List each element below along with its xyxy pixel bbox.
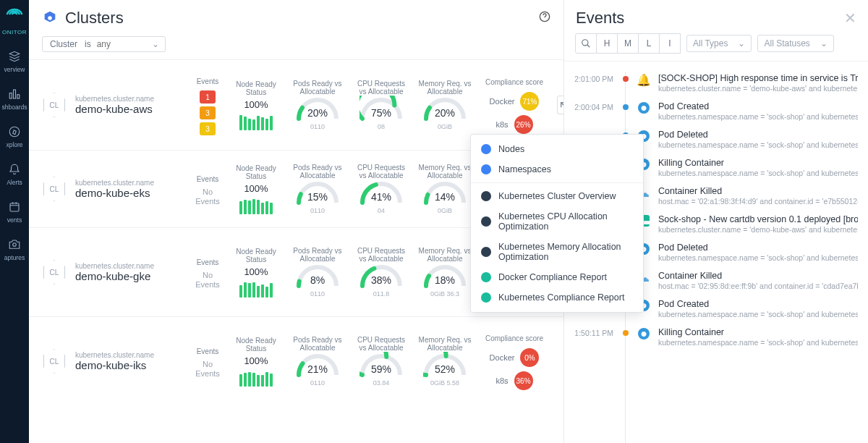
menu-item[interactable]: Nodes	[471, 139, 643, 159]
mem-gauge: 18%	[423, 263, 467, 289]
node-ready-value: 100%	[244, 183, 268, 194]
clusters-header: Clusters	[29, 0, 563, 33]
nav-explore[interactable]: xplore	[6, 125, 22, 148]
event-item[interactable]: 2:01:00 PM 🔔 [SOCK-SHOP] High response t…	[564, 69, 868, 97]
svg-point-3	[9, 127, 20, 137]
menu-item-label: Kubernetes Compliance Report	[498, 292, 624, 303]
compliance-pill: 0%	[520, 348, 539, 367]
menu-item[interactable]: Namespaces	[471, 159, 643, 180]
menu-item-label: Kubernetes Cluster Overview	[498, 191, 616, 201]
node-ready-bars-icon	[239, 113, 273, 130]
nav-alerts[interactable]: Alerts	[7, 163, 22, 186]
help-icon[interactable]	[539, 11, 550, 25]
cpu-gauge: 59%	[359, 352, 403, 378]
node-ready-bars-icon	[239, 280, 273, 298]
compliance-row: Docker0%	[490, 348, 540, 367]
menu-item[interactable]: Docker Compliance Report	[471, 267, 643, 287]
event-item[interactable]: 1:50:11 PM ● Killing Container kubernete…	[564, 323, 868, 351]
filter-chip[interactable]: Cluster is ⌄	[42, 36, 166, 52]
cluster-hex-icon: CL	[43, 177, 65, 201]
cluster-hex-icon: CL	[43, 260, 65, 284]
event-subtitle: kubernetes.namespace.name = 'sock-shop' …	[658, 253, 858, 262]
cluster-name-block: kubernetes.cluster.name demo-kube-gke	[75, 262, 184, 282]
priority-filter-h[interactable]: H	[596, 33, 618, 54]
event-title: Pod Created	[658, 299, 858, 309]
product-logo-icon	[4, 4, 25, 25]
event-subtitle: kubernetes.namespace.name = 'sock-shop' …	[658, 338, 858, 347]
filter-field: Cluster	[48, 39, 79, 49]
menu-item-icon	[481, 272, 491, 282]
priority-filter-m[interactable]: M	[617, 33, 639, 54]
menu-item[interactable]: Kubernetes Cluster Overview	[471, 186, 643, 206]
compliance-pill: 26%	[514, 115, 533, 134]
event-type-icon: ●	[638, 328, 650, 339]
mem-gauge: 52%	[423, 352, 467, 378]
no-events-label: No Events	[194, 271, 221, 290]
cluster-row[interactable]: CL kubernetes.cluster.name demo-kube-iks…	[29, 316, 563, 405]
event-subtitle: host.mac = '02:a1:98:3f:f4:d9' and conta…	[658, 197, 858, 206]
cluster-name: demo-kube-aws	[75, 103, 184, 115]
node-ready-bars-icon	[239, 369, 273, 387]
menu-item-icon	[481, 216, 491, 227]
cpu-gauge: 41%	[359, 180, 403, 206]
menu-item[interactable]: Kubernetes Compliance Report	[471, 287, 643, 308]
event-subtitle: host.mac = '02:95:8d:ee:ff:9b' and conta…	[658, 282, 858, 290]
event-subtitle: kubernetes.namespace.name = 'sock-shop' …	[658, 310, 858, 318]
drill-down-button[interactable]	[557, 96, 563, 114]
status-select[interactable]: All Statuses ⌄	[757, 35, 833, 52]
cluster-hex-icon: CL	[43, 349, 65, 374]
nav-overview[interactable]: verview	[4, 50, 25, 73]
event-title: Sock-shop - New cartdb version 0.1 deplo…	[658, 214, 858, 224]
event-time: 2:01:00 PM	[571, 73, 613, 93]
nav-dashboards[interactable]: shboards	[2, 88, 27, 111]
cluster-name: demo-kube-iks	[75, 359, 184, 371]
menu-item-label: Docker Compliance Report	[498, 272, 607, 282]
pods-gauge: 8%	[296, 263, 339, 289]
events-toolbar: HMLI All Types ⌄ All Statuses ⌄	[564, 33, 868, 62]
filter-op: is	[83, 39, 93, 49]
event-title: Killing Container	[658, 327, 858, 337]
compliance-row: k8s26%	[495, 115, 532, 134]
events-title: Events	[576, 9, 844, 28]
event-time: 1:50:11 PM	[571, 327, 613, 347]
nav-events[interactable]: vents	[7, 201, 22, 224]
svg-rect-1	[14, 90, 16, 98]
chevron-down-icon: ⌄	[820, 38, 827, 48]
menu-item-label: Kubernetes CPU Allocation Optimization	[498, 211, 633, 232]
search-button[interactable]	[575, 33, 597, 54]
pods-gauge: 15%	[296, 180, 339, 206]
chevron-down-icon: ⌄	[152, 39, 159, 49]
event-subtitle: kubernetes.cluster.name = 'demo-kube-aws…	[658, 84, 858, 93]
type-select[interactable]: All Types ⌄	[686, 35, 752, 52]
menu-item-label: Nodes	[498, 144, 524, 154]
event-title: Killing Container	[658, 158, 858, 168]
compliance-row: k8s36%	[495, 371, 532, 390]
menu-item[interactable]: Kubernetes CPU Allocation Optimization	[471, 206, 643, 237]
menu-item-label: Kubernetes Memory Allocation Optimizatio…	[498, 242, 633, 262]
menu-item-icon	[481, 247, 491, 257]
cluster-sublabel: kubernetes.cluster.name	[75, 179, 184, 187]
menu-item-icon	[481, 191, 491, 201]
filter-value-input[interactable]	[97, 39, 148, 49]
priority-filter-i[interactable]: I	[659, 33, 681, 54]
kubernetes-icon	[42, 10, 58, 26]
event-title: Pod Deleted	[658, 130, 858, 140]
nav-captures[interactable]: aptures	[4, 238, 25, 261]
cluster-hex-icon: CL	[43, 93, 65, 117]
priority-filter-l[interactable]: L	[638, 33, 660, 54]
event-severity-dot-icon	[623, 330, 629, 336]
cluster-sublabel: kubernetes.cluster.name	[75, 262, 184, 270]
filter-bar: Cluster is ⌄	[29, 33, 563, 59]
node-ready-value: 100%	[244, 355, 268, 366]
compliance-row: Docker71%	[490, 92, 540, 111]
event-item[interactable]: 2:00:04 PM ● Pod Created kubernetes.name…	[564, 97, 868, 125]
cluster-sublabel: kubernetes.cluster.name	[75, 351, 184, 359]
event-subtitle: kubernetes.namespace.name = 'sock-shop' …	[658, 112, 858, 121]
menu-item-icon	[481, 164, 491, 174]
menu-item[interactable]: Kubernetes Memory Allocation Optimizatio…	[471, 237, 643, 267]
cluster-name-block: kubernetes.cluster.name demo-kube-eks	[75, 179, 184, 199]
compliance-pill: 71%	[520, 92, 539, 111]
close-icon[interactable]: ✕	[844, 9, 856, 27]
pods-gauge: 21%	[296, 352, 339, 378]
event-subtitle: kubernetes.cluster.name = 'demo-kube-aws…	[658, 225, 858, 234]
